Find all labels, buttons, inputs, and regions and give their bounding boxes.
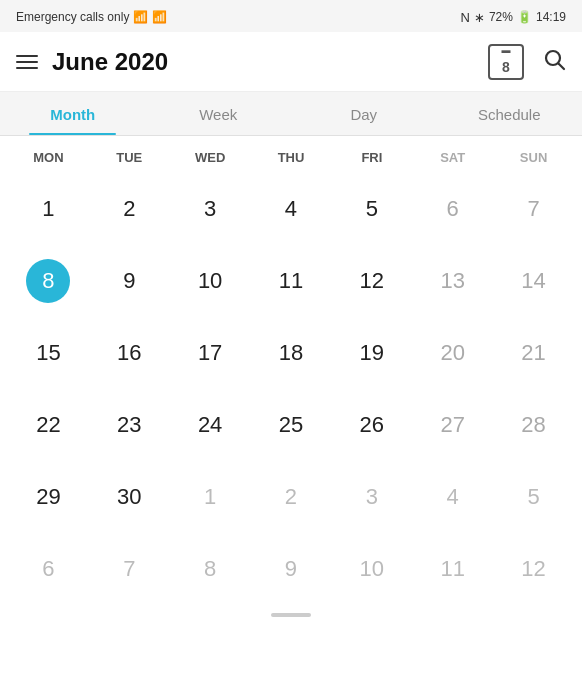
day-cell[interactable]: 30 <box>89 461 170 533</box>
tab-week[interactable]: Week <box>146 92 292 135</box>
day-number: 11 <box>269 259 313 303</box>
day-cell[interactable]: 2 <box>89 173 170 245</box>
day-cell[interactable]: 11 <box>251 245 332 317</box>
day-cell[interactable]: 8 <box>8 245 89 317</box>
day-number: 4 <box>431 475 475 519</box>
day-cell[interactable]: 16 <box>89 317 170 389</box>
day-number: 5 <box>350 187 394 231</box>
day-cell[interactable]: 24 <box>170 389 251 461</box>
day-cell[interactable]: 17 <box>170 317 251 389</box>
day-cell[interactable]: 19 <box>331 317 412 389</box>
day-number: 2 <box>107 187 151 231</box>
day-header-thu: THU <box>251 146 332 169</box>
day-headers: MON TUE WED THU FRI SAT SUN <box>8 136 574 173</box>
calendar-view: MON TUE WED THU FRI SAT SUN 123456789101… <box>0 136 582 605</box>
day-number: 27 <box>431 403 475 447</box>
day-cell[interactable]: 1 <box>8 173 89 245</box>
bottom-indicator <box>271 613 311 617</box>
day-cell[interactable]: 2 <box>251 461 332 533</box>
day-number: 1 <box>188 475 232 519</box>
day-cell[interactable]: 18 <box>251 317 332 389</box>
header-title: June 2020 <box>52 48 488 76</box>
bottom-bar <box>0 605 582 621</box>
day-number: 3 <box>350 475 394 519</box>
day-number: 7 <box>107 547 151 591</box>
day-number: 16 <box>107 331 151 375</box>
day-cell[interactable]: 11 <box>412 533 493 605</box>
day-number: 3 <box>188 187 232 231</box>
day-header-wed: WED <box>170 146 251 169</box>
day-cell[interactable]: 12 <box>493 533 574 605</box>
day-number: 6 <box>431 187 475 231</box>
day-header-sun: SUN <box>493 146 574 169</box>
day-cell[interactable]: 20 <box>412 317 493 389</box>
calendar-icon-num: 8 <box>502 60 510 74</box>
day-cell[interactable]: 3 <box>170 173 251 245</box>
battery-icon: 🔋 <box>517 10 532 24</box>
day-cell[interactable]: 9 <box>251 533 332 605</box>
day-number: 15 <box>26 331 70 375</box>
day-cell[interactable]: 22 <box>8 389 89 461</box>
day-cell[interactable]: 26 <box>331 389 412 461</box>
calendar-icon-button[interactable]: ▬ 8 <box>488 44 524 80</box>
calendar-icon-top: ▬ <box>490 45 522 55</box>
day-number: 9 <box>269 547 313 591</box>
day-cell[interactable]: 14 <box>493 245 574 317</box>
day-header-mon: MON <box>8 146 89 169</box>
day-number: 4 <box>269 187 313 231</box>
day-number: 17 <box>188 331 232 375</box>
emergency-text: Emergency calls only <box>16 10 129 24</box>
day-cell[interactable]: 4 <box>251 173 332 245</box>
day-number: 19 <box>350 331 394 375</box>
day-cell[interactable]: 13 <box>412 245 493 317</box>
day-cell[interactable]: 21 <box>493 317 574 389</box>
day-number: 8 <box>26 259 70 303</box>
day-cell[interactable]: 1 <box>170 461 251 533</box>
day-number: 24 <box>188 403 232 447</box>
day-number: 8 <box>188 547 232 591</box>
day-number: 12 <box>350 259 394 303</box>
header: June 2020 ▬ 8 <box>0 32 582 92</box>
day-number: 29 <box>26 475 70 519</box>
day-cell[interactable]: 7 <box>493 173 574 245</box>
day-cell[interactable]: 27 <box>412 389 493 461</box>
day-number: 12 <box>512 547 556 591</box>
day-cell[interactable]: 23 <box>89 389 170 461</box>
day-cell[interactable]: 4 <box>412 461 493 533</box>
day-cell[interactable]: 10 <box>170 245 251 317</box>
day-cell[interactable]: 5 <box>493 461 574 533</box>
day-number: 1 <box>26 187 70 231</box>
tab-month[interactable]: Month <box>0 92 146 135</box>
day-cell[interactable]: 9 <box>89 245 170 317</box>
day-cell[interactable]: 7 <box>89 533 170 605</box>
bluetooth-icon: ∗ <box>474 10 485 25</box>
day-number: 10 <box>350 547 394 591</box>
header-icons: ▬ 8 <box>488 44 566 80</box>
day-number: 10 <box>188 259 232 303</box>
day-cell[interactable]: 12 <box>331 245 412 317</box>
day-cell[interactable]: 15 <box>8 317 89 389</box>
day-number: 23 <box>107 403 151 447</box>
day-number: 30 <box>107 475 151 519</box>
search-button[interactable] <box>542 47 566 77</box>
view-tabs: Month Week Day Schedule <box>0 92 582 136</box>
wifi-icon: 📶 <box>152 10 167 24</box>
tab-day[interactable]: Day <box>291 92 437 135</box>
day-number: 18 <box>269 331 313 375</box>
day-number: 7 <box>512 187 556 231</box>
day-cell[interactable]: 8 <box>170 533 251 605</box>
day-cell[interactable]: 5 <box>331 173 412 245</box>
battery-text: 72% <box>489 10 513 24</box>
day-cell[interactable]: 25 <box>251 389 332 461</box>
day-cell[interactable]: 28 <box>493 389 574 461</box>
day-cell[interactable]: 6 <box>8 533 89 605</box>
day-cell[interactable]: 29 <box>8 461 89 533</box>
day-cell[interactable]: 10 <box>331 533 412 605</box>
day-cell[interactable]: 6 <box>412 173 493 245</box>
day-number: 26 <box>350 403 394 447</box>
hamburger-menu[interactable] <box>16 55 38 69</box>
day-number: 25 <box>269 403 313 447</box>
day-number: 21 <box>512 331 556 375</box>
day-cell[interactable]: 3 <box>331 461 412 533</box>
tab-schedule[interactable]: Schedule <box>437 92 583 135</box>
